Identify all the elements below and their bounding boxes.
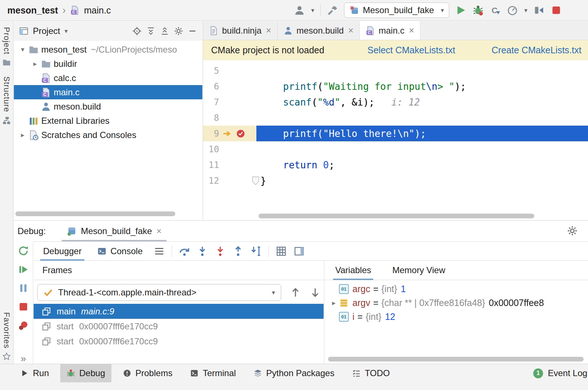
chevron-right-icon[interactable]: ▸ [30, 60, 40, 68]
settings-gear-icon[interactable] [174, 26, 183, 36]
run-with-coverage-button[interactable]: C [490, 5, 501, 16]
user-account-icon[interactable] [294, 5, 305, 16]
editor-gutter[interactable]: 11 [203, 157, 256, 173]
stop-button[interactable] [551, 5, 562, 16]
toolwindow-button-python-packages[interactable]: Python Packages [247, 364, 341, 382]
toolwindow-button-event-log[interactable]: 1 Event Log [533, 364, 587, 382]
code-text[interactable]: scanf("%d", &i);i: 12 [256, 94, 588, 110]
frame-row-start-2[interactable]: start 0x00007fff6e170cc9 [34, 334, 324, 349]
run-to-cursor-button[interactable] [251, 246, 261, 257]
code-text[interactable] [256, 141, 588, 157]
close-icon[interactable]: × [409, 25, 414, 36]
locate-file-icon[interactable] [132, 26, 142, 36]
variable-row-argc[interactable]: 01 argc = {int} 1 [324, 282, 588, 296]
toolwindow-button-todo[interactable]: TODO [346, 364, 396, 382]
editor-horizontal-scrollbar[interactable] [259, 214, 534, 218]
step-into-button[interactable] [197, 246, 208, 257]
toolwindow-button-terminal[interactable]: Terminal [184, 364, 242, 382]
chevron-right-icon[interactable]: ▸ [329, 299, 339, 307]
toolwindow-button-run[interactable]: Run [14, 364, 55, 382]
editor-gutter[interactable]: 10 [203, 141, 256, 157]
code-text[interactable] [256, 110, 588, 126]
tab-memory-view[interactable]: Memory View [390, 261, 447, 280]
debug-settings-gear-icon[interactable] [567, 225, 578, 236]
close-icon[interactable]: × [156, 226, 161, 236]
chevron-down-icon[interactable]: ▾ [311, 7, 314, 14]
tab-debugger[interactable]: Debugger [39, 242, 86, 260]
breakpoint-icon[interactable] [236, 129, 245, 138]
debug-session-tab[interactable]: Meson_build_fake × [61, 221, 167, 241]
tab-console[interactable]: Console [93, 242, 147, 260]
breadcrumb-project[interactable]: meson_test [7, 5, 58, 16]
close-icon[interactable]: × [348, 25, 354, 36]
pause-button[interactable] [18, 283, 29, 294]
close-icon[interactable]: × [266, 25, 271, 36]
toolwindow-button-debug[interactable]: Debug [60, 364, 111, 382]
evaluate-grid-icon[interactable] [276, 246, 287, 257]
variable-row-i[interactable]: 01 i = {int} 12 [324, 310, 588, 324]
view-breakpoints-icon[interactable] [18, 320, 29, 331]
stripe-button-favorites[interactable]: Favorites [2, 312, 11, 361]
tree-item-meson-test[interactable]: ▾ meson_test ~/CLionProjects/meso [14, 42, 202, 57]
layout-menu-icon[interactable] [154, 246, 165, 257]
code-text[interactable]: } [256, 173, 588, 188]
code-text[interactable] [256, 63, 588, 79]
select-cmakelists-link[interactable]: Select CMakeLists.txt [367, 45, 455, 56]
run-configuration-select[interactable]: Meson_build_fake ▾ [344, 3, 449, 18]
build-hammer-icon[interactable] [327, 5, 338, 16]
chevron-down-icon[interactable]: ▾ [65, 28, 68, 34]
editor-gutter[interactable]: 9 [203, 126, 256, 141]
thread-selector[interactable]: Thread-1-<com.apple.main-thread> ▾ [37, 284, 281, 301]
editor-gutter[interactable]: 8 [203, 110, 256, 126]
layout-settings-icon[interactable] [294, 246, 305, 257]
editor-gutter[interactable]: 12 [203, 173, 256, 188]
code-text[interactable]: printf("Waiting for input\n> "); [256, 79, 588, 94]
chevron-right-icon[interactable]: ▸ [18, 131, 28, 139]
more-actions-button[interactable]: » [21, 353, 26, 364]
frame-row-start-1[interactable]: start 0x00007fff6e170cc9 [34, 319, 324, 334]
rerun-button[interactable] [18, 245, 29, 256]
tree-item-meson-build[interactable]: meson.build [14, 99, 202, 114]
chevron-down-icon[interactable]: ▾ [18, 45, 28, 54]
tree-item-external-libraries[interactable]: External Libraries [14, 114, 202, 128]
code-text-execution-line[interactable]: printf("Hello there!\n"); [256, 126, 588, 141]
expand-all-icon[interactable] [146, 26, 156, 36]
tab-variables[interactable]: Variables [333, 261, 373, 280]
tree-item-calc-c[interactable]: C calc.c [14, 71, 202, 85]
previous-frame-icon[interactable] [290, 287, 301, 298]
toolwindow-button-problems[interactable]: Problems [117, 364, 179, 382]
editor-tab-build-ninja[interactable]: build.ninja × [203, 21, 278, 40]
tree-item-main-c[interactable]: C main.c [14, 85, 202, 99]
project-panel-title[interactable]: Project [33, 26, 60, 36]
tree-item-buildir[interactable]: ▸ buildir [14, 57, 202, 71]
force-step-into-button[interactable] [215, 246, 226, 257]
attach-to-process-icon[interactable] [534, 5, 545, 16]
stripe-button-project[interactable]: Project [2, 27, 11, 67]
step-over-button[interactable] [179, 246, 190, 257]
step-out-button[interactable] [233, 246, 244, 257]
breadcrumb-file[interactable]: main.c [84, 5, 111, 16]
debug-button[interactable] [473, 5, 484, 16]
chevron-down-icon[interactable]: ▾ [524, 7, 527, 14]
create-cmakelists-link[interactable]: Create CMakeLists.txt [492, 45, 581, 56]
frame-row-main[interactable]: main main.c:9 [34, 304, 324, 319]
editor-gutter[interactable]: 5 [203, 63, 256, 79]
stripe-button-structure[interactable]: Structure [2, 76, 11, 125]
hide-panel-icon[interactable] [188, 26, 197, 36]
variables-horizontal-scrollbar[interactable] [328, 357, 584, 362]
tree-item-scratches[interactable]: ▸ Scratches and Consoles [14, 128, 202, 142]
next-frame-icon[interactable] [310, 287, 321, 298]
profiler-button[interactable] [507, 5, 518, 16]
stop-debug-button[interactable] [18, 301, 29, 312]
run-button[interactable] [455, 5, 466, 16]
editor-tab-main-c[interactable]: C main.c × [360, 21, 420, 40]
project-horizontal-scrollbar[interactable] [15, 211, 175, 216]
resume-button[interactable] [18, 264, 29, 275]
code-text[interactable]: return 0; [256, 157, 588, 173]
code-editor[interactable]: 5 6 printf("Waiting for input\n> "); 7 s… [203, 60, 588, 188]
editor-gutter[interactable]: 6 [203, 79, 256, 94]
collapse-all-icon[interactable] [160, 26, 169, 36]
editor-tab-meson-build[interactable]: meson.build × [278, 21, 360, 40]
variable-row-argv[interactable]: ▸ argv = {char ** | 0x7ffee816fa48} 0x00… [324, 296, 588, 310]
editor-gutter[interactable]: 7 [203, 94, 256, 110]
